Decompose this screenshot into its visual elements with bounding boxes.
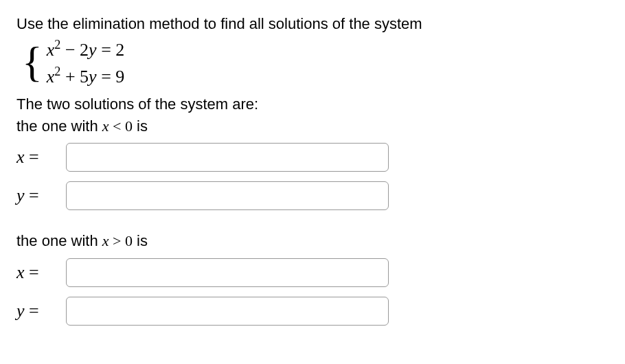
neg-suffix: is [133, 117, 148, 135]
pos-prefix: the one with [16, 232, 102, 249]
neg-x-input[interactable] [66, 143, 389, 172]
equation-2: x2 + 5y = 9 [47, 62, 125, 90]
equations-group: x2 − 2y = 2 x2 + 5y = 9 [47, 36, 125, 90]
x-equals-label-2: x = [16, 262, 66, 283]
pos-suffix: is [133, 232, 148, 249]
pos-y-input[interactable] [66, 297, 389, 326]
pos-math: x > 0 [102, 232, 133, 249]
neg-math: x < 0 [102, 117, 133, 135]
y-equals-label: y = [16, 185, 66, 206]
positive-solution-label: the one with x > 0 is [16, 231, 609, 251]
equation-1: x2 − 2y = 2 [47, 36, 125, 63]
neg-y-row: y = [16, 181, 609, 210]
neg-y-input[interactable] [66, 181, 389, 210]
solution-intro: The two solutions of the system are: [16, 94, 609, 115]
x-equals-label: x = [16, 147, 66, 168]
equation-system: { x2 − 2y = 2 x2 + 5y = 9 [22, 36, 609, 90]
pos-x-row: x = [16, 258, 609, 287]
pos-y-row: y = [16, 297, 609, 326]
negative-solution-label: the one with x < 0 is [16, 116, 609, 137]
brace-icon: { [22, 43, 43, 82]
neg-x-row: x = [16, 143, 609, 172]
y-equals-label-2: y = [16, 301, 66, 321]
instruction-text: Use the elimination method to find all s… [16, 14, 609, 34]
pos-x-input[interactable] [66, 258, 389, 287]
neg-prefix: the one with [16, 117, 102, 135]
